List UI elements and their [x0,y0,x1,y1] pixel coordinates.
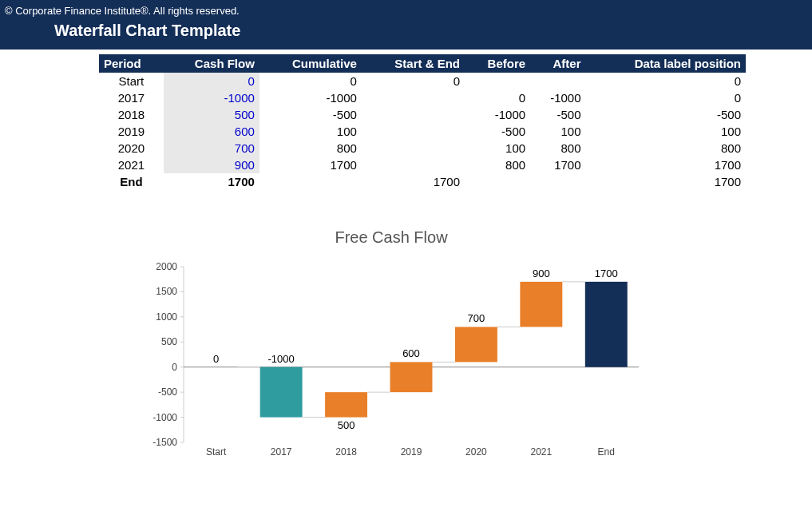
data-label: 700 [468,312,485,324]
waterfall-chart: -1500-1000-50005001000150020000Start-100… [136,255,647,462]
table-cell[interactable]: 1700 [586,173,746,190]
data-table: Period Cash Flow Cumulative Start & End … [99,54,746,190]
x-tick-label: 2018 [335,446,357,458]
table-cell[interactable]: 0 [465,89,530,106]
table-cell[interactable]: 1700 [164,173,259,190]
table-cell[interactable]: -500 [530,106,585,123]
table-cell[interactable]: 1700 [259,157,362,173]
y-tick-label: 0 [172,362,177,373]
table-cell[interactable]: 2018 [99,106,164,123]
table-cell[interactable] [465,173,530,190]
x-tick-label: 2020 [465,446,487,458]
data-table-wrap: Period Cash Flow Cumulative Start & End … [99,54,746,190]
table-cell[interactable]: 800 [465,157,530,173]
table-cell[interactable]: 800 [259,140,362,157]
table-cell[interactable]: 1700 [530,157,585,173]
table-cell[interactable]: End [99,173,164,190]
y-tick-label: 1500 [156,286,177,297]
header-band: © Corporate Finance Institute®. All righ… [0,0,812,50]
th-after: After [530,54,585,73]
x-tick-label: 2017 [271,446,292,458]
table-cell[interactable]: -500 [465,123,530,140]
table-cell[interactable]: 100 [530,123,585,140]
waterfall-bar [455,327,497,362]
table-cell[interactable]: 1700 [586,157,746,173]
data-label: 0 [213,353,219,365]
table-cell[interactable] [362,89,465,106]
table-row: 2020700800100800800 [99,140,746,157]
waterfall-bar [585,282,628,367]
data-label: 900 [533,267,550,279]
waterfall-bar [390,362,433,392]
data-label: 500 [338,419,355,431]
table-cell[interactable] [530,73,585,89]
table-cell[interactable]: 500 [164,106,259,123]
table-cell[interactable] [465,73,530,89]
table-cell[interactable]: 800 [586,140,746,157]
table-cell[interactable]: 2020 [99,140,164,157]
table-row: 2021900170080017001700 [99,157,746,173]
y-tick-label: -1000 [152,412,177,423]
table-cell[interactable]: Start [99,73,164,89]
table-row: End170017001700 [99,173,746,190]
table-cell[interactable]: 1700 [362,173,465,190]
table-cell[interactable]: -1000 [259,89,362,106]
th-cashflow: Cash Flow [164,54,259,73]
chart-area: Free Cash Flow -1500-1000-50005001000150… [136,228,647,462]
table-cell[interactable]: 0 [164,73,259,89]
x-tick-label: Start [206,446,227,458]
x-tick-label: 2019 [401,446,422,458]
table-cell[interactable]: 900 [164,157,259,173]
table-cell[interactable] [530,173,585,190]
th-cumulative: Cumulative [259,54,362,73]
y-tick-label: 1000 [156,311,177,323]
data-label: -1000 [268,353,295,365]
table-cell[interactable]: 2021 [99,157,164,173]
table-row: Start0000 [99,73,746,89]
table-cell[interactable] [362,157,465,173]
table-cell[interactable]: -1000 [530,89,585,106]
table-cell[interactable]: 2019 [99,123,164,140]
table-row: 2018500-500-1000-500-500 [99,106,746,123]
table-cell[interactable]: -500 [586,106,746,123]
table-cell[interactable]: -1000 [164,89,259,106]
table-cell[interactable]: 0 [259,73,362,89]
th-period: Period [99,54,164,73]
y-tick-label: -1500 [152,437,177,448]
table-cell[interactable] [259,173,362,190]
table-row: 2017-1000-10000-10000 [99,89,746,106]
table-cell[interactable]: 0 [586,89,746,106]
table-cell[interactable] [362,140,465,157]
table-cell[interactable]: -1000 [465,106,530,123]
data-label: 1700 [595,267,618,279]
table-cell[interactable] [362,123,465,140]
table-cell[interactable]: 100 [586,123,746,140]
waterfall-bar [260,367,303,418]
copyright-text: © Corporate Finance Institute®. All righ… [5,5,807,17]
table-cell[interactable]: 2017 [99,89,164,106]
th-before: Before [465,54,530,73]
y-tick-label: -500 [158,386,177,398]
x-tick-label: 2021 [531,446,553,458]
table-cell[interactable]: 800 [530,140,585,157]
table-cell[interactable]: 0 [586,73,746,89]
chart-title: Free Cash Flow [136,228,647,247]
table-cell[interactable]: 100 [259,123,362,140]
waterfall-bar [325,392,367,417]
table-cell[interactable]: 600 [164,123,259,140]
waterfall-bar [520,282,562,327]
table-cell[interactable]: 0 [362,73,465,89]
table-cell[interactable]: 100 [465,140,530,157]
x-tick-label: End [598,446,615,458]
table-cell[interactable]: -500 [259,106,362,123]
table-cell[interactable] [362,106,465,123]
data-label: 600 [402,347,420,359]
y-tick-label: 500 [161,336,177,347]
th-dlp: Data label position [586,54,746,73]
page-title: Waterfall Chart Template [54,22,807,40]
y-tick-label: 2000 [156,261,177,272]
th-start-end: Start & End [362,54,465,73]
table-cell[interactable]: 700 [164,140,259,157]
table-row: 2019600100-500100100 [99,123,746,140]
